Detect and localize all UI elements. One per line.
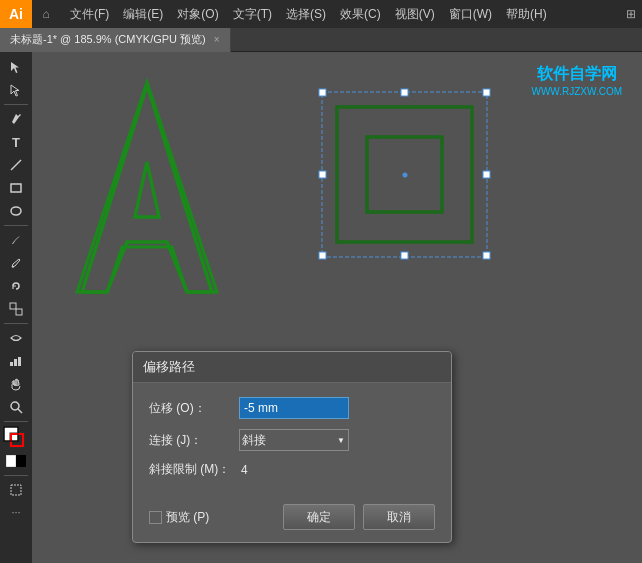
menu-window[interactable]: 窗口(W) xyxy=(443,4,498,25)
preview-label: 预览 (P) xyxy=(166,509,209,526)
fill-stroke-indicator[interactable] xyxy=(3,426,29,448)
preview-checkbox[interactable] xyxy=(149,511,162,524)
svg-point-9 xyxy=(11,402,19,410)
tab-bar: 未标题-1* @ 185.9% (CMYK/GPU 预览) × xyxy=(0,28,642,52)
left-toolbar: T xyxy=(0,52,32,563)
svg-rect-7 xyxy=(14,359,17,366)
handle-tm xyxy=(401,89,408,96)
svg-line-10 xyxy=(18,409,22,413)
center-dot xyxy=(403,173,408,178)
dialog-body: 位移 (O)： 连接 (J)： 斜接 圆角 斜切 ▼ xyxy=(133,383,451,498)
offset-row: 位移 (O)： xyxy=(149,397,435,419)
tool-direct-select[interactable] xyxy=(2,79,30,101)
handle-tr xyxy=(483,89,490,96)
dialog-title: 偏移路径 xyxy=(133,352,451,383)
join-select[interactable]: 斜接 圆角 斜切 xyxy=(239,429,349,451)
top-menu-bar: Ai ⌂ 文件(F) 编辑(E) 对象(O) 文字(T) 选择(S) 效果(C)… xyxy=(0,0,642,28)
handle-br xyxy=(483,252,490,259)
menu-edit[interactable]: 编辑(E) xyxy=(117,4,169,25)
menu-file[interactable]: 文件(F) xyxy=(64,4,115,25)
home-button[interactable]: ⌂ xyxy=(32,0,60,28)
tab-label: 未标题-1* @ 185.9% (CMYK/GPU 预览) xyxy=(10,32,206,47)
menu-bar: 文件(F) 编辑(E) 对象(O) 文字(T) 选择(S) 效果(C) 视图(V… xyxy=(60,4,626,25)
preview-checkbox-area: 预览 (P) xyxy=(149,509,275,526)
handle-bl xyxy=(319,252,326,259)
svg-rect-17 xyxy=(11,485,21,495)
miter-value: 4 xyxy=(241,463,248,477)
svg-rect-15 xyxy=(6,455,16,467)
tool-select[interactable] xyxy=(2,56,30,78)
svg-rect-6 xyxy=(10,362,13,366)
menu-help[interactable]: 帮助(H) xyxy=(500,4,553,25)
miter-label: 斜接限制 (M)： xyxy=(149,461,239,478)
canvas-area: 软件自学网 WWW.RJZXW.COM xyxy=(32,52,642,563)
svg-rect-5 xyxy=(16,309,22,315)
tool-color-mode[interactable] xyxy=(2,450,30,472)
tool-scale[interactable] xyxy=(2,298,30,320)
offset-path-dialog: 偏移路径 位移 (O)： 连接 (J)： 斜接 圆角 斜切 xyxy=(132,351,452,543)
offset-input[interactable] xyxy=(239,397,349,419)
svg-rect-16 xyxy=(16,455,26,467)
menu-view[interactable]: 视图(V) xyxy=(389,4,441,25)
tool-warp[interactable] xyxy=(2,327,30,349)
app-logo: Ai xyxy=(0,0,32,28)
tab-close-button[interactable]: × xyxy=(214,34,220,45)
toolbar-separator-4 xyxy=(4,421,28,422)
cancel-button[interactable]: 取消 xyxy=(363,504,435,530)
handle-tl xyxy=(319,89,326,96)
svg-rect-8 xyxy=(18,357,21,366)
tool-artboard[interactable] xyxy=(2,479,30,501)
ok-button[interactable]: 确定 xyxy=(283,504,355,530)
document-tab[interactable]: 未标题-1* @ 185.9% (CMYK/GPU 预览) × xyxy=(0,28,231,52)
layout-icon[interactable]: ⊞ xyxy=(626,7,636,21)
handle-ml xyxy=(319,171,326,178)
tool-zoom[interactable] xyxy=(2,396,30,418)
svg-rect-4 xyxy=(10,303,16,309)
handle-bm xyxy=(401,252,408,259)
handle-mr xyxy=(483,171,490,178)
menu-object[interactable]: 对象(O) xyxy=(171,4,224,25)
toolbar-separator-3 xyxy=(4,323,28,324)
svg-line-0 xyxy=(11,160,21,170)
miter-row: 斜接限制 (M)： 4 xyxy=(149,461,435,478)
tool-line[interactable] xyxy=(2,154,30,176)
tool-type[interactable]: T xyxy=(2,131,30,153)
tool-rect[interactable] xyxy=(2,177,30,199)
home-icon: ⌂ xyxy=(42,7,49,21)
join-row: 连接 (J)： 斜接 圆角 斜切 ▼ xyxy=(149,429,435,451)
menu-text[interactable]: 文字(T) xyxy=(227,4,278,25)
tool-rotate[interactable] xyxy=(2,275,30,297)
menu-effect[interactable]: 效果(C) xyxy=(334,4,387,25)
offset-label: 位移 (O)： xyxy=(149,400,239,417)
tool-pencil[interactable] xyxy=(2,252,30,274)
tool-pen[interactable] xyxy=(2,108,30,130)
tool-paintbrush[interactable] xyxy=(2,229,30,251)
dialog-footer: 预览 (P) 确定 取消 xyxy=(133,498,451,542)
toolbar-separator xyxy=(4,104,28,105)
toolbar-separator-2 xyxy=(4,225,28,226)
menu-select[interactable]: 选择(S) xyxy=(280,4,332,25)
join-select-wrapper: 斜接 圆角 斜切 ▼ xyxy=(239,429,349,451)
more-tools[interactable]: ··· xyxy=(11,506,20,518)
join-label: 连接 (J)： xyxy=(149,432,239,449)
tool-ellipse[interactable] xyxy=(2,200,30,222)
main-area: T xyxy=(0,52,642,563)
tool-hand[interactable] xyxy=(2,373,30,395)
svg-point-2 xyxy=(11,207,21,215)
toolbar-separator-5 xyxy=(4,475,28,476)
tool-graph[interactable] xyxy=(2,350,30,372)
svg-rect-1 xyxy=(11,184,21,192)
